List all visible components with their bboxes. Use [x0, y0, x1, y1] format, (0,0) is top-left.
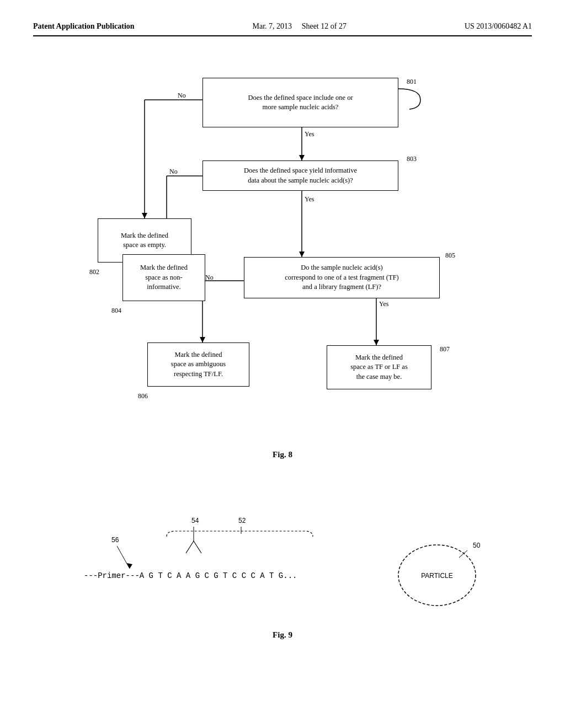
- ref-801: 801: [407, 78, 417, 86]
- label-no-803: No: [169, 168, 178, 176]
- ref-807: 807: [440, 345, 450, 354]
- fig8-diagram: Does the defined space include one ormor…: [56, 69, 509, 445]
- header-date: Mar. 7, 2013: [253, 22, 292, 30]
- ref-50: 50: [473, 542, 481, 549]
- ref-806: 806: [138, 392, 148, 400]
- header-patent-number: US 2013/0060482 A1: [465, 22, 532, 31]
- page-header: Patent Application Publication Mar. 7, 2…: [33, 22, 532, 36]
- label-no-805: No: [205, 274, 214, 282]
- label-yes-801: Yes: [305, 130, 314, 138]
- svg-marker-14: [200, 337, 205, 342]
- ref-52: 52: [238, 517, 246, 524]
- svg-marker-4: [142, 213, 147, 218]
- ref-54: 54: [191, 517, 199, 524]
- fig8-container: Does the defined space include one ormor…: [33, 69, 532, 459]
- header-sheet: Sheet 12 of 27: [302, 22, 347, 30]
- fig8-label: Fig. 8: [33, 450, 532, 459]
- label-yes-805: Yes: [379, 300, 388, 308]
- svg-marker-1: [299, 155, 305, 160]
- node-803: Does the defined space yield informative…: [202, 160, 398, 191]
- ref-802: 802: [89, 268, 99, 276]
- node-801: Does the defined space include one ormor…: [202, 78, 398, 127]
- node-804: Mark the definedspace as non-informative…: [122, 254, 205, 301]
- node-804-text: Mark the definedspace as non-informative…: [140, 263, 188, 292]
- ref-804: 804: [111, 307, 121, 315]
- fig9-svg: ---Primer---A G T C A A G C G T C C C A …: [56, 481, 509, 625]
- header-publication-label: Patent Application Publication: [33, 22, 135, 31]
- node-806-text: Mark the definedspace as ambiguousrespec…: [171, 350, 226, 379]
- ref-805: 805: [445, 251, 455, 260]
- ref-803: 803: [407, 155, 417, 163]
- svg-marker-20: [127, 563, 132, 569]
- fig9-diagram: ---Primer---A G T C A A G C G T C C C A …: [56, 481, 509, 625]
- node-807: Mark the definedspace as TF or LF asthe …: [327, 345, 431, 389]
- node-801-text: Does the defined space include one ormor…: [248, 93, 353, 113]
- svg-marker-6: [299, 251, 305, 257]
- fig9-label: Fig. 9: [33, 630, 532, 640]
- label-no-801: No: [178, 92, 186, 100]
- node-805: Do the sample nucleic acid(s)correspond …: [244, 257, 440, 298]
- svg-marker-11: [374, 340, 379, 345]
- fig9-container: ---Primer---A G T C A A G C G T C C C A …: [33, 481, 532, 640]
- node-805-text: Do the sample nucleic acid(s)correspond …: [285, 263, 399, 292]
- label-yes-803: Yes: [305, 195, 314, 204]
- svg-line-19: [117, 546, 130, 569]
- particle-label: PARTICLE: [421, 572, 453, 580]
- ref-56: 56: [111, 536, 119, 544]
- node-803-text: Does the defined space yield informative…: [244, 166, 357, 185]
- node-807-text: Mark the definedspace as TF or LF asthe …: [350, 353, 408, 382]
- header-date-sheet: Mar. 7, 2013 Sheet 12 of 27: [253, 22, 347, 31]
- page: Patent Application Publication Mar. 7, 2…: [0, 0, 565, 728]
- sequence-text: ---Primer---A G T C A A G C G T C C C A …: [84, 571, 297, 580]
- node-806: Mark the definedspace as ambiguousrespec…: [147, 342, 249, 387]
- node-802-text: Mark the definedspace as empty.: [121, 231, 168, 250]
